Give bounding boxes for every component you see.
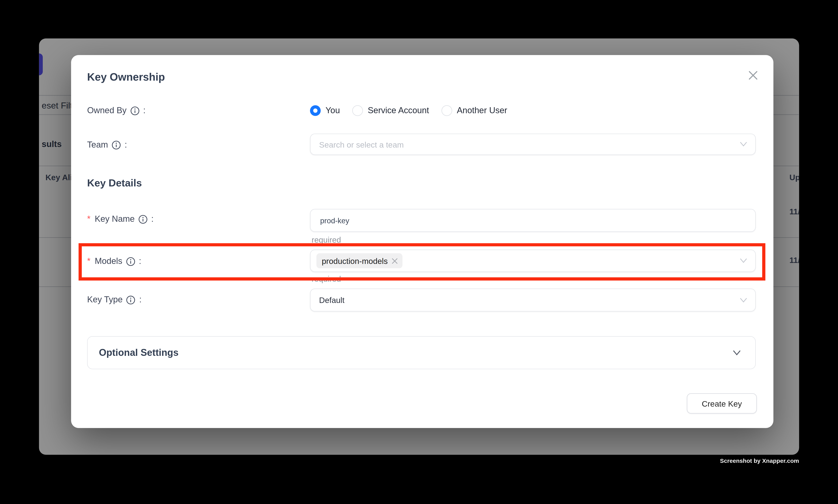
- key-name-value: prod-key: [319, 216, 349, 225]
- watermark: Screenshot by Xnapper.com: [720, 457, 799, 464]
- info-icon: [139, 215, 148, 224]
- chevron-down-icon: [733, 350, 741, 356]
- radio-label: You: [325, 106, 340, 115]
- colon: :: [143, 106, 145, 115]
- key-name-label-text: Key Name: [95, 214, 135, 224]
- owned-by-radio-group: You Service Account Another User: [310, 105, 507, 116]
- create-key-modal: Key Ownership Owned By : You Service Acc…: [71, 55, 773, 428]
- radio-unselected-icon[interactable]: [352, 105, 363, 116]
- key-type-value: Default: [319, 295, 344, 305]
- optional-settings-toggle[interactable]: Optional Settings: [87, 336, 756, 369]
- colon: :: [151, 214, 154, 224]
- chevron-down-icon: [740, 142, 747, 147]
- team-select[interactable]: Search or select a team: [310, 133, 756, 155]
- key-type-label: Key Type :: [87, 295, 142, 305]
- close-icon[interactable]: [747, 70, 759, 81]
- optional-settings-title: Optional Settings: [99, 347, 178, 358]
- radio-label: Another User: [457, 106, 507, 115]
- radio-unselected-icon[interactable]: [441, 105, 452, 116]
- owned-by-label: Owned By :: [87, 106, 145, 115]
- annotation-highlight-box: [78, 243, 765, 281]
- radio-you[interactable]: You: [310, 105, 340, 116]
- radio-selected-icon[interactable]: [310, 105, 321, 116]
- chevron-down-icon: [740, 297, 747, 303]
- radio-service-account[interactable]: Service Account: [352, 105, 429, 116]
- screenshot-stage: eset Filt sults Key Alia Up – 11/ – 11/ …: [0, 0, 838, 504]
- key-details-title: Key Details: [87, 177, 142, 189]
- info-icon: [112, 140, 121, 149]
- key-name-input[interactable]: prod-key: [310, 209, 756, 232]
- team-label-text: Team: [87, 140, 108, 149]
- key-type-select[interactable]: Default: [310, 288, 756, 311]
- info-icon: [126, 295, 136, 304]
- info-icon: [130, 106, 139, 115]
- radio-label: Service Account: [368, 106, 429, 115]
- key-name-label: * Key Name :: [87, 214, 154, 224]
- create-key-button[interactable]: Create Key: [687, 393, 757, 414]
- team-select-placeholder: Search or select a team: [319, 140, 404, 149]
- colon: :: [139, 295, 142, 305]
- key-type-label-text: Key Type: [87, 295, 123, 305]
- radio-another-user[interactable]: Another User: [441, 105, 507, 116]
- team-label: Team :: [87, 140, 127, 149]
- required-mark: *: [87, 214, 90, 224]
- colon: :: [125, 140, 127, 149]
- owned-by-label-text: Owned By: [87, 106, 126, 115]
- modal-title: Key Ownership: [87, 71, 165, 83]
- key-name-validation: required: [311, 235, 341, 245]
